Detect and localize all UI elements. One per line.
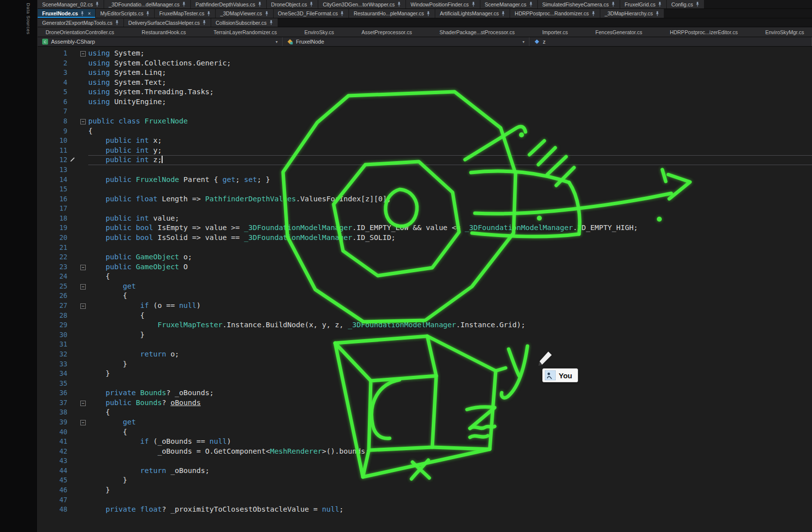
code-line-46[interactable]: 46 }: [38, 485, 812, 495]
code-line-11[interactable]: 11 public int y;: [38, 146, 812, 156]
line-number[interactable]: 17: [38, 204, 68, 214]
line-number[interactable]: 34: [38, 369, 68, 379]
line-number[interactable]: 18: [38, 214, 68, 224]
type-dropdown[interactable]: FruxelNode ▾: [283, 37, 529, 46]
line-number[interactable]: 48: [38, 505, 68, 515]
line-number[interactable]: 6: [38, 97, 68, 107]
line-number[interactable]: 46: [38, 485, 68, 495]
line-number[interactable]: 40: [38, 427, 68, 437]
code-line-36[interactable]: 36 private Bounds? _oBounds;: [38, 388, 812, 398]
line-number[interactable]: 9: [38, 126, 68, 136]
code-line-17[interactable]: 17: [38, 204, 812, 214]
line-number[interactable]: 19: [38, 223, 68, 233]
code-line-9[interactable]: 9{: [38, 126, 812, 136]
line-number[interactable]: 10: [38, 136, 68, 146]
code-editor[interactable]: 1−using System;2using System.Collections…: [38, 49, 812, 532]
line-number[interactable]: 5: [38, 87, 68, 97]
tab-artificiallightsmanager-cs[interactable]: ArtificialLightsManager.cs: [435, 9, 510, 18]
tab--3dmaphierarchy-cs[interactable]: _3DMapHierarchy.cs: [600, 9, 664, 18]
tab-hdrppostproc-izereditor-cs[interactable]: HDRPPostproc...izerEditor.cs: [668, 29, 740, 35]
line-number[interactable]: 23: [38, 262, 68, 272]
code-line-42[interactable]: 42 _oBounds = O.GetComponent<MeshRendere…: [38, 447, 812, 457]
code-line-45[interactable]: 45 }: [38, 475, 812, 485]
tab-pathfinderdepthvalues-cs[interactable]: PathfinderDepthValues.cs: [191, 0, 267, 8]
code-line-24[interactable]: 24 {: [38, 272, 812, 282]
line-number[interactable]: 41: [38, 437, 68, 447]
line-number[interactable]: 47: [38, 495, 68, 505]
line-number[interactable]: 27: [38, 301, 68, 311]
tab-fencesgenerator-cs[interactable]: FencesGenerator.cs: [593, 29, 644, 35]
tab-myeditorscripts-cs[interactable]: MyEditorScripts.cs: [96, 9, 155, 18]
code-line-19[interactable]: 19 public bool IsEmpty => value >= _3DFo…: [38, 223, 812, 233]
line-number[interactable]: 42: [38, 447, 68, 457]
tab-droneorientationcontroller-cs[interactable]: DroneOrientationController.cs: [44, 29, 116, 35]
line-number[interactable]: 14: [38, 175, 68, 185]
tab-shaderpackage-stprocessor-cs[interactable]: ShaderPackage...stProcessor.cs: [437, 29, 517, 35]
code-line-1[interactable]: 1−using System;: [38, 49, 812, 59]
code-line-44[interactable]: 44 return _oBounds;: [38, 466, 812, 476]
line-number[interactable]: 4: [38, 78, 68, 88]
code-line-5[interactable]: 5using System.Threading.Tasks;: [38, 87, 812, 97]
line-number[interactable]: 1: [38, 49, 68, 59]
line-number[interactable]: 39: [38, 417, 68, 427]
line-number[interactable]: 24: [38, 272, 68, 282]
code-line-31[interactable]: 31: [38, 340, 812, 350]
fold-collapse-icon[interactable]: −: [76, 398, 88, 408]
tab-envirosky-cs[interactable]: EnviroSky.cs: [302, 29, 336, 35]
code-line-25[interactable]: 25− get: [38, 282, 812, 292]
tab-onesec3d-fileformat-cs[interactable]: OneSec3D_FileFormat.cs: [274, 9, 349, 18]
project-dropdown[interactable]: C Assembly-CSharp ▾: [38, 37, 283, 46]
line-number[interactable]: 32: [38, 350, 68, 359]
code-line-22[interactable]: 22 public GameObject o;: [38, 252, 812, 262]
line-number[interactable]: 3: [38, 68, 68, 78]
fold-collapse-icon[interactable]: −: [76, 282, 88, 292]
tab-generator2exportmaptools-cs[interactable]: Generator2ExportMapTools.cs: [38, 18, 124, 27]
tab-citygen3dgen-torwrapper-cs[interactable]: CityGen3DGen...torWrapper.cs: [318, 0, 406, 8]
code-line-7[interactable]: 7: [38, 107, 812, 117]
line-number[interactable]: 13: [38, 165, 68, 175]
tab--3dmapviewer-cs[interactable]: _3DMapViewer.cs: [216, 9, 273, 18]
code-line-48[interactable]: 48 private float? _proximityToClosestObs…: [38, 505, 812, 515]
tab-fruxelmaptester-cs[interactable]: FruxelMapTester.cs: [155, 9, 216, 18]
tab-fruxelnode-cs[interactable]: FruxelNode.cs×: [38, 9, 96, 18]
code-line-15[interactable]: 15: [38, 184, 812, 194]
code-line-39[interactable]: 39− get: [38, 417, 812, 427]
line-number[interactable]: 31: [38, 340, 68, 350]
code-line-18[interactable]: 18 public int value;: [38, 214, 812, 224]
tab-scenemanager-cs[interactable]: SceneManager.cs: [480, 0, 538, 8]
code-line-23[interactable]: 23− public GameObject O: [38, 262, 812, 272]
code-line-43[interactable]: 43: [38, 456, 812, 466]
fold-collapse-icon[interactable]: −: [76, 417, 88, 427]
tab-restauranthook-cs[interactable]: RestaurantHook.cs: [140, 29, 188, 35]
line-number[interactable]: 33: [38, 359, 68, 369]
tab-importer-cs[interactable]: Importer.cs: [540, 29, 570, 35]
code-line-12[interactable]: 12 public int z;: [38, 155, 812, 165]
fold-collapse-icon[interactable]: −: [76, 301, 88, 311]
code-line-38[interactable]: 38 {: [38, 408, 812, 417]
line-number[interactable]: 35: [38, 379, 68, 389]
line-number[interactable]: 11: [38, 146, 68, 156]
line-number[interactable]: 26: [38, 291, 68, 301]
tab-hdrppostproc-randomizer-cs[interactable]: HDRPPostproc...Randomizer.cs: [510, 9, 600, 18]
line-number[interactable]: 30: [38, 330, 68, 340]
code-line-6[interactable]: 6using UnityEngine;: [38, 97, 812, 107]
tab-terrainlayerrandomizer-cs[interactable]: TerrainLayerRandomizer.cs: [212, 29, 279, 35]
line-number[interactable]: 28: [38, 311, 68, 321]
tab-simulatedfisheyecamera-cs[interactable]: SimulatedFisheyeCamera.cs: [538, 0, 620, 8]
code-line-35[interactable]: 35: [38, 379, 812, 389]
code-line-8[interactable]: 8−public class FruxelNode: [38, 117, 812, 126]
tab--3dfoundatio-delmanager-cs[interactable]: _3DFoundatio...delManager.cs: [104, 0, 191, 8]
tab-fruxelgrid-cs[interactable]: FruxelGrid.cs: [620, 0, 667, 8]
line-number[interactable]: 37: [38, 398, 68, 408]
fold-collapse-icon[interactable]: −: [76, 49, 88, 59]
tab-enviroskymgr-cs[interactable]: EnviroSkyMgr.cs: [763, 29, 806, 35]
line-number[interactable]: 12: [38, 155, 68, 165]
code-line-32[interactable]: 32 return o;: [38, 350, 812, 359]
line-number[interactable]: 20: [38, 233, 68, 243]
code-line-16[interactable]: 16 public float Length => PathfinderDept…: [38, 194, 812, 204]
line-number[interactable]: 7: [38, 107, 68, 117]
line-number[interactable]: 36: [38, 388, 68, 398]
code-line-26[interactable]: 26 {: [38, 291, 812, 301]
code-line-13[interactable]: 13: [38, 165, 812, 175]
code-line-29[interactable]: 29 FruxelMapTester.Instance.BuildNode(x,…: [38, 320, 812, 330]
